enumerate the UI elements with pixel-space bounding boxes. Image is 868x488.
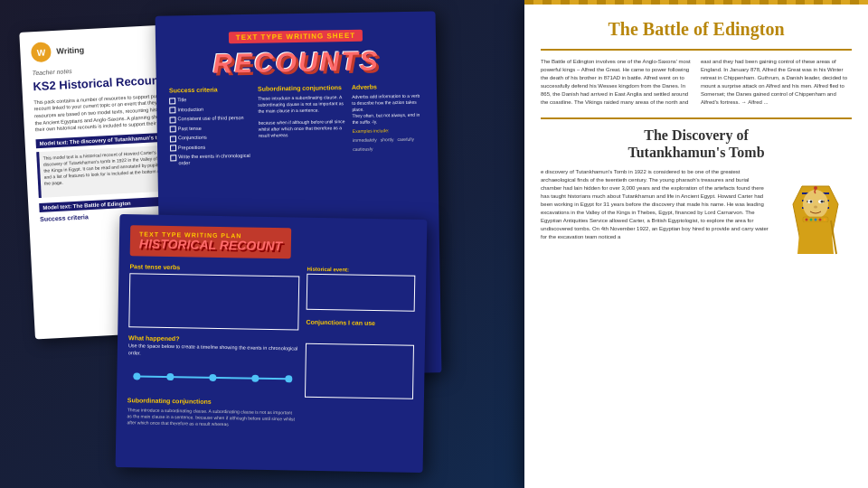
battle-body: The Battle of Edington involves one of t… <box>541 58 852 107</box>
success-item-third: Consistent use of third person <box>169 115 250 123</box>
svg-point-14 <box>810 219 813 221</box>
scene: W Writing Teacher notes KS2 Historical R… <box>0 0 868 488</box>
svg-point-11 <box>814 206 817 209</box>
svg-point-7 <box>810 201 813 203</box>
subordinating-col: Subordinating conjunctions These introdu… <box>258 84 346 168</box>
past-tense-label: Past tense verbs <box>129 264 299 273</box>
plan-sub-body: These introduce a subordinating clause. … <box>127 407 297 428</box>
writing-label: Writing <box>56 45 84 56</box>
writing-icon: W <box>31 42 52 62</box>
battle-title: The Battle of Edington <box>541 18 852 40</box>
pharaoh-svg <box>784 177 847 258</box>
adverb-cautiously: cautiously <box>353 146 373 152</box>
gold-divider-1 <box>541 49 852 51</box>
doc-plan: TEXT TYPE WRITING PLAN HISTORICAL RECOUN… <box>116 214 428 473</box>
plan-header: TEXT TYPE WRITING PLAN HISTORICAL RECOUN… <box>130 225 417 261</box>
svg-point-13 <box>806 219 808 221</box>
success-criteria-col: Success criteria Title Introduction Cons… <box>169 86 252 170</box>
plan-title-block: TEXT TYPE WRITING PLAN HISTORICAL RECOUN… <box>130 225 292 258</box>
adverb-carefully: carefully <box>397 136 414 142</box>
recounts-title: RECOUNTS <box>168 47 423 79</box>
pharaoh-illustration <box>779 168 852 258</box>
plan-left: Past tense verbs What happened? Use the … <box>127 264 299 429</box>
plan-sub-label: Subordinating conjunctions <box>127 397 297 406</box>
success-item-prep: Prepositions <box>170 143 251 151</box>
adverb-immediately: immediately <box>353 136 377 142</box>
plan-instruction: Use the space below to create a timeline… <box>128 343 298 361</box>
svg-point-4 <box>803 190 828 219</box>
conjunctions-box <box>305 343 414 399</box>
hist-event-box <box>307 274 416 312</box>
plan-name: HISTORICAL RECOUNT <box>139 237 282 253</box>
plan-right: Historical event: Conjunctions I can use <box>304 267 415 430</box>
svg-point-19 <box>814 186 817 190</box>
plan-body: Past tense verbs What happened? Use the … <box>127 264 415 431</box>
adverbs-list: immediately shortly carefully cautiously <box>353 136 425 152</box>
adverbs-examples-label: Examples include: <box>353 127 425 134</box>
gold-divider-2 <box>541 117 852 119</box>
timeline-dot-4 <box>251 374 259 381</box>
svg-point-17 <box>824 219 826 221</box>
recounts-columns: Success criteria Title Introduction Cons… <box>169 83 426 170</box>
writing-icon-label: W <box>36 47 45 57</box>
tut-title: The Discovery ofTutankhamun's Tomb <box>541 127 852 161</box>
timeline <box>127 362 297 392</box>
plan-sub-conj: Subordinating conjunctions These introdu… <box>127 397 297 428</box>
success-item-chron: Write the events in chronological order <box>170 153 251 167</box>
subordinating-body: These introduce a subordinating clause. … <box>258 94 344 115</box>
doc-battle: The Battle of Edington The Battle of Edi… <box>524 0 868 488</box>
svg-point-15 <box>815 219 817 221</box>
adverb-shortly: shortly <box>381 136 394 142</box>
subordinating-header: Subordinating conjunctions <box>258 84 344 92</box>
adverbs-body: Adverbs add information to a verb to des… <box>352 93 424 113</box>
text-type-badge: TEXT TYPE WRITING SHEET <box>168 24 423 48</box>
subordinating-examples: because when if although before until si… <box>259 118 345 139</box>
success-col-header: Success criteria <box>169 86 250 94</box>
conjunctions-label: Conjunctions I can use <box>306 319 414 327</box>
text-type-label: TEXT TYPE WRITING SHEET <box>229 30 363 44</box>
timeline-dot-2 <box>166 373 174 380</box>
timeline-dot-5 <box>285 375 292 382</box>
timeline-dot-3 <box>209 374 216 381</box>
svg-point-16 <box>819 219 822 221</box>
success-item-past: Past tense <box>170 124 251 132</box>
timeline-dot-1 <box>133 372 140 380</box>
hist-event-label: Historical event: <box>307 267 415 274</box>
adverbs-suffix-note: They often, but not always, end in the s… <box>352 112 424 126</box>
adverbs-header: Adverbs <box>352 83 424 90</box>
success-item-title: Title <box>169 96 250 104</box>
adverbs-col: Adverbs Adverbs add information to a ver… <box>352 83 426 167</box>
success-item-intro: Introduction <box>169 105 250 113</box>
success-item-conj: Conjunctions <box>170 134 251 142</box>
past-tense-box <box>128 274 299 331</box>
